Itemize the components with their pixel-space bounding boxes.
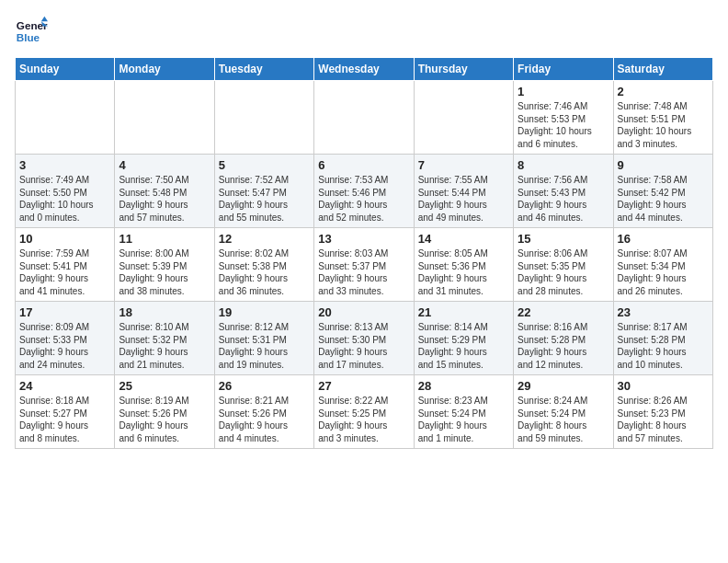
day-number: 5 xyxy=(219,158,310,172)
day-number: 10 xyxy=(19,232,110,246)
day-info: Sunrise: 8:02 AM Sunset: 5:38 PM Dayligh… xyxy=(219,247,310,297)
day-info: Sunrise: 8:26 AM Sunset: 5:23 PM Dayligh… xyxy=(618,395,709,444)
header-cell-saturday: Saturday xyxy=(613,58,712,81)
day-cell: 27Sunrise: 8:22 AM Sunset: 5:25 PM Dayli… xyxy=(314,375,414,449)
day-cell: 8Sunrise: 7:56 AM Sunset: 5:43 PM Daylig… xyxy=(514,155,613,228)
header: General Blue xyxy=(15,15,713,48)
day-cell: 17Sunrise: 8:09 AM Sunset: 5:33 PM Dayli… xyxy=(16,302,115,375)
day-cell xyxy=(414,81,513,155)
day-info: Sunrise: 8:13 AM Sunset: 5:30 PM Dayligh… xyxy=(318,321,409,371)
day-number: 19 xyxy=(219,305,310,319)
page: General Blue SundayMondayTuesdayWednesda… xyxy=(0,0,728,458)
day-info: Sunrise: 8:05 AM Sunset: 5:36 PM Dayligh… xyxy=(418,247,509,297)
day-info: Sunrise: 8:22 AM Sunset: 5:25 PM Dayligh… xyxy=(318,395,409,444)
day-info: Sunrise: 8:07 AM Sunset: 5:34 PM Dayligh… xyxy=(618,247,709,297)
day-cell: 9Sunrise: 7:58 AM Sunset: 5:42 PM Daylig… xyxy=(613,155,712,228)
day-cell: 22Sunrise: 8:16 AM Sunset: 5:28 PM Dayli… xyxy=(514,302,613,375)
day-cell: 23Sunrise: 8:17 AM Sunset: 5:28 PM Dayli… xyxy=(613,302,712,375)
day-number: 12 xyxy=(219,232,310,246)
week-row-2: 10Sunrise: 7:59 AM Sunset: 5:41 PM Dayli… xyxy=(16,228,713,302)
day-number: 9 xyxy=(618,158,709,172)
calendar-body: 1Sunrise: 7:46 AM Sunset: 5:53 PM Daylig… xyxy=(16,81,713,449)
day-info: Sunrise: 7:48 AM Sunset: 5:51 PM Dayligh… xyxy=(618,100,709,150)
day-cell: 19Sunrise: 8:12 AM Sunset: 5:31 PM Dayli… xyxy=(214,302,313,375)
day-cell: 20Sunrise: 8:13 AM Sunset: 5:30 PM Dayli… xyxy=(314,302,414,375)
day-info: Sunrise: 8:24 AM Sunset: 5:24 PM Dayligh… xyxy=(518,395,609,444)
day-info: Sunrise: 8:06 AM Sunset: 5:35 PM Dayligh… xyxy=(518,247,609,297)
day-cell: 24Sunrise: 8:18 AM Sunset: 5:27 PM Dayli… xyxy=(16,375,115,449)
day-cell: 5Sunrise: 7:52 AM Sunset: 5:47 PM Daylig… xyxy=(214,155,313,228)
day-cell: 16Sunrise: 8:07 AM Sunset: 5:34 PM Dayli… xyxy=(613,228,712,302)
day-cell xyxy=(314,81,414,155)
header-row: SundayMondayTuesdayWednesdayThursdayFrid… xyxy=(16,58,713,81)
day-number: 14 xyxy=(418,232,509,246)
day-number: 27 xyxy=(318,379,409,393)
day-cell: 3Sunrise: 7:49 AM Sunset: 5:50 PM Daylig… xyxy=(16,155,115,228)
day-number: 20 xyxy=(318,305,409,319)
day-info: Sunrise: 8:12 AM Sunset: 5:31 PM Dayligh… xyxy=(219,321,310,371)
day-number: 21 xyxy=(418,305,509,319)
svg-text:Blue: Blue xyxy=(17,31,40,43)
day-number: 13 xyxy=(318,232,409,246)
day-info: Sunrise: 7:53 AM Sunset: 5:46 PM Dayligh… xyxy=(318,174,409,224)
day-number: 23 xyxy=(618,305,709,319)
day-info: Sunrise: 8:18 AM Sunset: 5:27 PM Dayligh… xyxy=(19,395,110,444)
day-number: 6 xyxy=(318,158,409,172)
day-cell: 28Sunrise: 8:23 AM Sunset: 5:24 PM Dayli… xyxy=(414,375,513,449)
day-info: Sunrise: 8:10 AM Sunset: 5:32 PM Dayligh… xyxy=(119,321,210,371)
day-info: Sunrise: 7:59 AM Sunset: 5:41 PM Dayligh… xyxy=(19,247,110,297)
day-number: 7 xyxy=(418,158,509,172)
header-cell-tuesday: Tuesday xyxy=(214,58,313,81)
header-cell-wednesday: Wednesday xyxy=(314,58,414,81)
calendar-header: SundayMondayTuesdayWednesdayThursdayFrid… xyxy=(16,58,713,81)
day-number: 29 xyxy=(518,379,609,393)
day-number: 28 xyxy=(418,379,509,393)
day-number: 26 xyxy=(219,379,310,393)
day-number: 11 xyxy=(119,232,210,246)
day-cell xyxy=(115,81,214,155)
header-cell-thursday: Thursday xyxy=(414,58,513,81)
day-cell: 4Sunrise: 7:50 AM Sunset: 5:48 PM Daylig… xyxy=(115,155,214,228)
day-number: 25 xyxy=(119,379,210,393)
week-row-3: 17Sunrise: 8:09 AM Sunset: 5:33 PM Dayli… xyxy=(16,302,713,375)
day-cell: 26Sunrise: 8:21 AM Sunset: 5:26 PM Dayli… xyxy=(214,375,313,449)
day-cell: 18Sunrise: 8:10 AM Sunset: 5:32 PM Dayli… xyxy=(115,302,214,375)
day-cell: 13Sunrise: 8:03 AM Sunset: 5:37 PM Dayli… xyxy=(314,228,414,302)
day-number: 3 xyxy=(19,158,110,172)
day-cell: 1Sunrise: 7:46 AM Sunset: 5:53 PM Daylig… xyxy=(514,81,613,155)
week-row-1: 3Sunrise: 7:49 AM Sunset: 5:50 PM Daylig… xyxy=(16,155,713,228)
day-info: Sunrise: 8:14 AM Sunset: 5:29 PM Dayligh… xyxy=(418,321,509,371)
day-info: Sunrise: 7:46 AM Sunset: 5:53 PM Dayligh… xyxy=(518,100,609,150)
day-number: 30 xyxy=(618,379,709,393)
day-info: Sunrise: 7:49 AM Sunset: 5:50 PM Dayligh… xyxy=(19,174,110,224)
day-number: 16 xyxy=(618,232,709,246)
day-number: 8 xyxy=(518,158,609,172)
day-info: Sunrise: 8:09 AM Sunset: 5:33 PM Dayligh… xyxy=(19,321,110,371)
day-cell: 6Sunrise: 7:53 AM Sunset: 5:46 PM Daylig… xyxy=(314,155,414,228)
calendar-table: SundayMondayTuesdayWednesdayThursdayFrid… xyxy=(15,57,713,449)
day-cell: 21Sunrise: 8:14 AM Sunset: 5:29 PM Dayli… xyxy=(414,302,513,375)
day-info: Sunrise: 7:50 AM Sunset: 5:48 PM Dayligh… xyxy=(119,174,210,224)
day-cell: 15Sunrise: 8:06 AM Sunset: 5:35 PM Dayli… xyxy=(514,228,613,302)
day-number: 24 xyxy=(19,379,110,393)
week-row-4: 24Sunrise: 8:18 AM Sunset: 5:27 PM Dayli… xyxy=(16,375,713,449)
day-number: 15 xyxy=(518,232,609,246)
day-number: 22 xyxy=(518,305,609,319)
day-info: Sunrise: 8:17 AM Sunset: 5:28 PM Dayligh… xyxy=(618,321,709,371)
day-cell: 25Sunrise: 8:19 AM Sunset: 5:26 PM Dayli… xyxy=(115,375,214,449)
header-cell-monday: Monday xyxy=(115,58,214,81)
day-number: 1 xyxy=(518,85,609,98)
day-cell: 12Sunrise: 8:02 AM Sunset: 5:38 PM Dayli… xyxy=(214,228,313,302)
day-info: Sunrise: 8:19 AM Sunset: 5:26 PM Dayligh… xyxy=(119,395,210,444)
day-info: Sunrise: 7:52 AM Sunset: 5:47 PM Dayligh… xyxy=(219,174,310,224)
header-cell-sunday: Sunday xyxy=(16,58,115,81)
day-cell: 2Sunrise: 7:48 AM Sunset: 5:51 PM Daylig… xyxy=(613,81,712,155)
day-cell xyxy=(16,81,115,155)
day-number: 2 xyxy=(618,85,709,98)
day-cell: 10Sunrise: 7:59 AM Sunset: 5:41 PM Dayli… xyxy=(16,228,115,302)
day-number: 17 xyxy=(19,305,110,319)
logo: General Blue xyxy=(15,15,51,48)
day-cell: 7Sunrise: 7:55 AM Sunset: 5:44 PM Daylig… xyxy=(414,155,513,228)
header-cell-friday: Friday xyxy=(514,58,613,81)
day-cell xyxy=(214,81,313,155)
